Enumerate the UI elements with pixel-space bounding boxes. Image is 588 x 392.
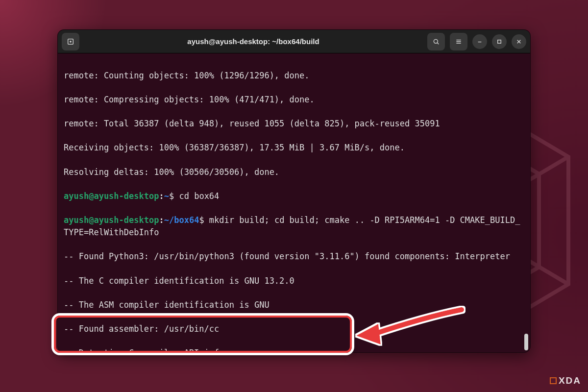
prompt-line: ayush@ayush-desktop:~$ cd box64 — [64, 190, 524, 202]
prompt-command: cd box64 — [174, 191, 219, 201]
svg-line-10 — [437, 43, 439, 44]
close-button[interactable] — [512, 34, 526, 49]
output-line: -- Found assembler: /usr/bin/cc — [64, 323, 524, 335]
output-line: remote: Compressing objects: 100% (471/4… — [64, 94, 524, 106]
output-line: -- Detecting C compiler ABI info — [64, 347, 524, 352]
minimize-button[interactable] — [472, 34, 487, 49]
svg-point-9 — [434, 39, 438, 43]
watermark-icon — [550, 377, 557, 384]
output-line: -- Found Python3: /usr/bin/python3 (foun… — [64, 250, 524, 263]
prompt-user: ayush@ayush-desktop — [64, 191, 159, 201]
prompt-path: ~ — [164, 191, 169, 201]
terminal-window: ayush@ayush-desktop: ~/box64/build remot… — [57, 29, 531, 353]
watermark-text: XDA — [559, 375, 581, 386]
output-line: Resolving deltas: 100% (30506/30506), do… — [64, 166, 524, 178]
output-line: -- The ASM compiler identification is GN… — [64, 299, 524, 311]
titlebar: ayush@ayush-desktop: ~/box64/build — [58, 30, 530, 53]
prompt-line: ayush@ayush-desktop:~/box64$ mkdir build… — [64, 214, 524, 238]
search-button[interactable] — [427, 33, 445, 50]
prompt-user: ayush@ayush-desktop — [64, 215, 159, 225]
svg-rect-15 — [498, 40, 501, 43]
terminal-body[interactable]: remote: Counting objects: 100% (1296/129… — [58, 53, 530, 352]
window-title: ayush@ayush-desktop: ~/box64/build — [82, 37, 424, 46]
watermark: XDA — [550, 375, 581, 386]
scrollbar-thumb[interactable] — [524, 334, 528, 350]
menu-button[interactable] — [450, 33, 467, 50]
output-line: Receiving objects: 100% (36387/36387), 1… — [64, 142, 524, 154]
maximize-button[interactable] — [492, 34, 507, 49]
new-tab-button[interactable] — [62, 33, 79, 50]
output-line: remote: Total 36387 (delta 948), reused … — [64, 118, 524, 130]
output-line: -- The C compiler identification is GNU … — [64, 275, 524, 287]
output-line: remote: Counting objects: 100% (1296/129… — [64, 70, 524, 82]
prompt-path: ~/box64 — [164, 215, 199, 225]
